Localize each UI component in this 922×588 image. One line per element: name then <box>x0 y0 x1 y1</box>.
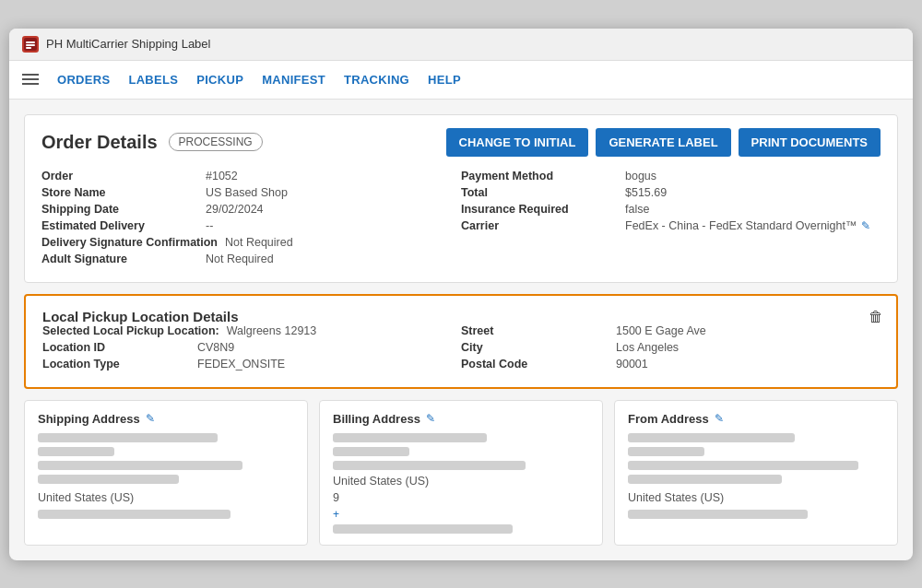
total-value: $515.69 <box>625 186 667 199</box>
shipping-line-3 <box>38 461 242 470</box>
order-info-left: Order #1052 Store Name US Based Shop Shi… <box>41 170 461 269</box>
shipping-address-card: Shipping Address ✎ United States (US) <box>24 400 308 546</box>
shipping-line-2 <box>38 447 114 456</box>
from-address-edit-icon[interactable]: ✎ <box>715 412 724 425</box>
postal-code-label: Postal Code <box>461 358 609 370</box>
total-label: Total <box>461 186 618 199</box>
estimated-delivery-value: -- <box>206 219 213 232</box>
postal-code-value: 90001 <box>616 358 648 370</box>
shipping-address-edit-icon[interactable]: ✎ <box>146 412 155 425</box>
order-details-title: Order Details <box>41 132 158 153</box>
pickup-left-col: Selected Local Pickup Location: Walgreen… <box>42 324 461 374</box>
shipping-country: United States (US) <box>38 491 294 504</box>
from-address-card: From Address ✎ United States (US) <box>614 400 898 546</box>
payment-method-row: Payment Method bogus <box>461 170 881 182</box>
location-type-value: FEDEX_ONSITE <box>197 358 285 370</box>
pickup-location-row: Selected Local Pickup Location: Walgreen… <box>42 324 461 337</box>
billing-country: United States (US) <box>333 475 589 488</box>
total-row: Total $515.69 <box>461 186 881 199</box>
order-value: #1052 <box>206 170 238 182</box>
addresses-grid: Shipping Address ✎ United States (US) Bi… <box>24 400 898 546</box>
nav-manifest[interactable]: MANIFEST <box>262 73 325 87</box>
carrier-row: Carrier FedEx - China - FedEx Standard O… <box>461 219 881 232</box>
location-id-label: Location ID <box>42 341 190 354</box>
nav-pickup[interactable]: PICKUP <box>196 73 243 87</box>
billing-address-edit-icon[interactable]: ✎ <box>426 412 435 425</box>
billing-line-1 <box>333 433 487 442</box>
pickup-location-label: Selected Local Pickup Location: <box>42 324 219 337</box>
payment-method-value: bogus <box>625 170 656 182</box>
from-country: United States (US) <box>628 491 884 504</box>
location-id-value: CV8N9 <box>197 341 234 354</box>
billing-address-card: Billing Address ✎ United States (US) 9 + <box>319 400 603 546</box>
city-row: City Los Angeles <box>461 341 880 354</box>
carrier-label: Carrier <box>461 219 618 232</box>
shipping-line-1 <box>38 433 218 442</box>
nav-help[interactable]: HELP <box>428 73 461 87</box>
nav-labels[interactable]: LABELS <box>128 73 178 87</box>
insurance-label: Insurance Required <box>461 203 618 216</box>
from-line-5 <box>628 510 808 519</box>
from-line-3 <box>628 461 858 470</box>
from-address-title-row: From Address ✎ <box>628 412 884 426</box>
hamburger-menu[interactable] <box>22 74 39 85</box>
pickup-location-value: Walgreens 12913 <box>227 324 317 337</box>
pickup-right-col: Street 1500 E Gage Ave City Los Angeles … <box>461 324 880 374</box>
location-type-label: Location Type <box>42 358 190 370</box>
estimated-delivery-label: Estimated Delivery <box>41 219 198 232</box>
carrier-edit-icon[interactable]: ✎ <box>861 219 870 232</box>
order-title-group: Order Details PROCESSING <box>41 132 263 153</box>
delivery-sig-value: Not Required <box>225 236 293 249</box>
shipping-address-title: Shipping Address <box>38 412 140 426</box>
postal-code-row: Postal Code 90001 <box>461 358 880 370</box>
change-to-initial-button[interactable]: CHANGE TO INITIAL <box>446 128 589 157</box>
shipping-date-value: 29/02/2024 <box>206 203 264 216</box>
order-details-header: Order Details PROCESSING CHANGE TO INITI… <box>41 128 881 157</box>
location-id-row: Location ID CV8N9 <box>42 341 461 354</box>
print-documents-button[interactable]: PRINT DOCUMENTS <box>739 128 881 157</box>
street-label: Street <box>461 324 609 337</box>
shipping-date-label: Shipping Date <box>41 203 198 216</box>
order-info-right: Payment Method bogus Total $515.69 Insur… <box>461 170 881 269</box>
billing-address-title: Billing Address <box>333 412 420 426</box>
app-title: PH MultiCarrier Shipping Label <box>46 37 210 51</box>
insurance-row: Insurance Required false <box>461 203 881 216</box>
nav-bar: ORDERS LABELS PICKUP MANIFEST TRACKING H… <box>9 61 913 100</box>
billing-address-title-row: Billing Address ✎ <box>333 412 589 426</box>
header-buttons: CHANGE TO INITIAL GENERATE LABEL PRINT D… <box>446 128 881 157</box>
payment-method-label: Payment Method <box>461 170 618 182</box>
order-details-card: Order Details PROCESSING CHANGE TO INITI… <box>24 114 898 283</box>
nav-orders[interactable]: ORDERS <box>57 73 110 87</box>
street-row: Street 1500 E Gage Ave <box>461 324 880 337</box>
nav-tracking[interactable]: TRACKING <box>344 73 409 87</box>
from-line-4 <box>628 475 782 484</box>
svg-rect-2 <box>26 44 35 46</box>
carrier-value: FedEx - China - FedEx Standard Overnight… <box>625 219 870 232</box>
from-line-2 <box>628 447 704 456</box>
billing-line-2 <box>333 447 409 456</box>
store-name-label: Store Name <box>41 186 198 199</box>
adult-sig-label: Adult Signature <box>41 253 198 265</box>
adult-sig-value: Not Required <box>206 253 274 265</box>
order-row: Order #1052 <box>41 170 461 182</box>
insurance-value: false <box>625 203 649 216</box>
pickup-section: Local Pickup Location Details 🗑 Selected… <box>24 294 898 389</box>
store-name-value: US Based Shop <box>206 186 288 199</box>
billing-line-4 <box>333 524 513 534</box>
from-address-title: From Address <box>628 412 709 426</box>
svg-rect-1 <box>26 41 35 43</box>
estimated-delivery-row: Estimated Delivery -- <box>41 219 461 232</box>
app-window: PH MultiCarrier Shipping Label ORDERS LA… <box>9 29 913 560</box>
status-badge: PROCESSING <box>169 133 263 151</box>
delete-pickup-icon[interactable]: 🗑 <box>869 309 883 325</box>
from-line-1 <box>628 433 795 442</box>
order-info-grid: Order #1052 Store Name US Based Shop Shi… <box>41 170 881 269</box>
svg-rect-3 <box>26 47 31 49</box>
generate-label-button[interactable]: GENERATE LABEL <box>596 128 730 157</box>
pickup-grid: Selected Local Pickup Location: Walgreen… <box>42 324 880 374</box>
billing-line-3 <box>333 461 526 470</box>
city-label: City <box>461 341 609 354</box>
delivery-sig-label: Delivery Signature Confirmation <box>41 236 218 249</box>
billing-extra1: 9 <box>333 491 589 504</box>
app-icon <box>22 36 39 53</box>
